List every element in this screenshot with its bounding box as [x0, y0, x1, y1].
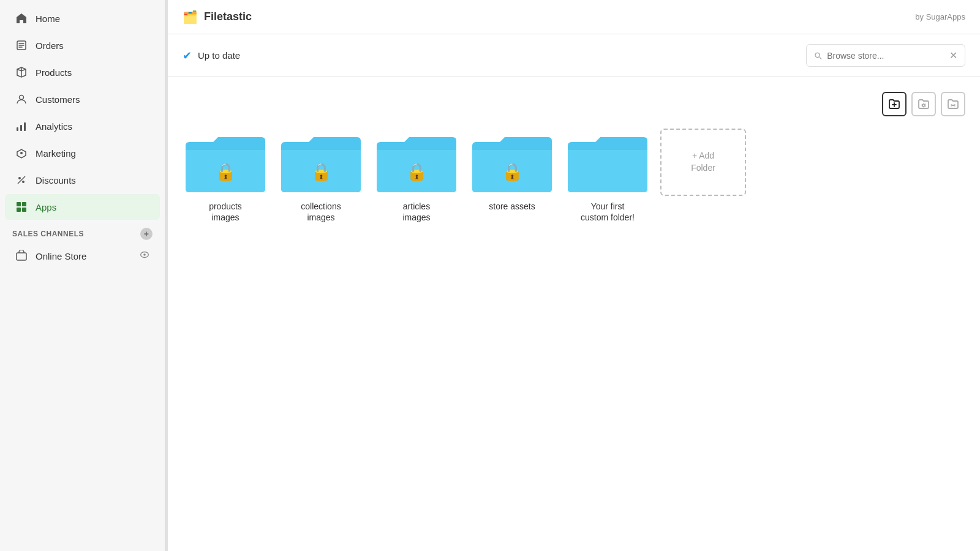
discounts-icon: [15, 173, 28, 187]
folder-custom[interactable]: Your firstcustom folder!: [565, 129, 650, 223]
apps-icon: [15, 200, 28, 214]
content-area: ✔ Up to date ✕: [168, 34, 980, 551]
online-store-eye-icon[interactable]: [139, 249, 150, 263]
folder-icon-articles-images: 🔒: [374, 129, 459, 196]
folder-articles-images[interactable]: 🔒 articlesimages: [374, 129, 459, 223]
app-title: Filetastic: [204, 10, 252, 23]
app-logo-icon: 🗂️: [183, 10, 198, 24]
svg-point-14: [143, 253, 146, 256]
folder-label-products-images: productsimages: [209, 201, 242, 223]
svg-rect-8: [17, 202, 21, 206]
app-by-label: by SugarApps: [915, 12, 965, 21]
search-clear-button[interactable]: ✕: [949, 50, 957, 61]
svg-rect-11: [22, 208, 26, 212]
new-folder-button[interactable]: [882, 92, 907, 116]
folders-area: 🔒 productsimages 🔒 collectionsimag: [168, 77, 980, 551]
folder-label-articles-images: articlesimages: [402, 201, 430, 223]
status-bar: ✔ Up to date ✕: [168, 34, 980, 77]
svg-rect-4: [24, 122, 26, 131]
folder-icon-collections-images: 🔒: [278, 129, 364, 196]
folder-icon-products-images: 🔒: [183, 129, 268, 196]
online-store-icon: [15, 249, 28, 263]
marketing-icon: [15, 146, 28, 160]
sidebar-item-analytics[interactable]: Analytics: [5, 113, 160, 139]
add-folder-label: + Add Folder: [691, 150, 715, 174]
svg-text:🔒: 🔒: [311, 162, 332, 182]
svg-text:🔒: 🔒: [406, 162, 428, 182]
svg-text:🔒: 🔒: [215, 162, 236, 182]
svg-text:🔒: 🔒: [502, 162, 523, 182]
svg-point-5: [20, 152, 23, 154]
svg-rect-9: [22, 202, 26, 206]
folder-icon-custom: [565, 129, 650, 196]
sales-channels-header: SALES CHANNELS +: [0, 220, 165, 244]
check-icon: ✔: [183, 49, 192, 62]
sidebar-item-online-store[interactable]: Online Store: [5, 244, 160, 268]
add-folder-item[interactable]: + Add Folder: [660, 129, 746, 196]
sidebar-item-orders[interactable]: Orders: [5, 32, 160, 58]
folder-label-custom: Your firstcustom folder!: [581, 201, 635, 223]
search-icon: [814, 51, 822, 61]
analytics-icon: [15, 119, 28, 133]
add-folder-box[interactable]: + Add Folder: [660, 129, 746, 196]
search-box[interactable]: ✕: [806, 44, 965, 67]
folder-store-assets[interactable]: 🔒 store assets: [469, 129, 555, 212]
sidebar-item-apps[interactable]: Apps: [5, 194, 160, 220]
sidebar-item-home[interactable]: Home: [5, 6, 160, 31]
sidebar: Home Orders Products Customers Analytics…: [0, 0, 165, 551]
sidebar-item-marketing[interactable]: Marketing: [5, 140, 160, 166]
folder-icon-store-assets: 🔒: [469, 129, 555, 196]
folders-grid: 🔒 productsimages 🔒 collectionsimag: [183, 129, 965, 223]
folder-label-collections-images: collectionsimages: [301, 201, 341, 223]
search-input[interactable]: [827, 51, 944, 61]
folder-toolbar: [183, 92, 965, 116]
products-icon: [15, 66, 28, 79]
sidebar-item-products[interactable]: Products: [5, 59, 160, 85]
app-header: 🗂️ Filetastic by SugarApps: [168, 0, 980, 34]
folder-settings-button[interactable]: [911, 92, 936, 116]
folder-collections-images[interactable]: 🔒 collectionsimages: [278, 129, 364, 223]
customers-icon: [15, 92, 28, 106]
svg-rect-12: [17, 253, 26, 260]
main-area: 🗂️ Filetastic by SugarApps ✔ Up to date …: [168, 0, 980, 551]
svg-point-7: [22, 181, 24, 183]
svg-rect-10: [17, 208, 21, 212]
folder-delete-button[interactable]: [941, 92, 965, 116]
add-sales-channel-button[interactable]: +: [140, 228, 153, 240]
sidebar-item-customers[interactable]: Customers: [5, 86, 160, 112]
folder-products-images[interactable]: 🔒 productsimages: [183, 129, 268, 223]
sidebar-item-discounts[interactable]: Discounts: [5, 167, 160, 193]
svg-point-1: [20, 96, 24, 100]
svg-point-6: [18, 177, 21, 179]
status-text: Up to date: [198, 50, 240, 61]
home-icon: [15, 12, 28, 25]
svg-point-15: [815, 53, 820, 57]
svg-rect-3: [20, 125, 22, 131]
svg-rect-2: [17, 127, 18, 131]
folder-label-store-assets: store assets: [489, 201, 535, 212]
orders-icon: [15, 39, 28, 52]
